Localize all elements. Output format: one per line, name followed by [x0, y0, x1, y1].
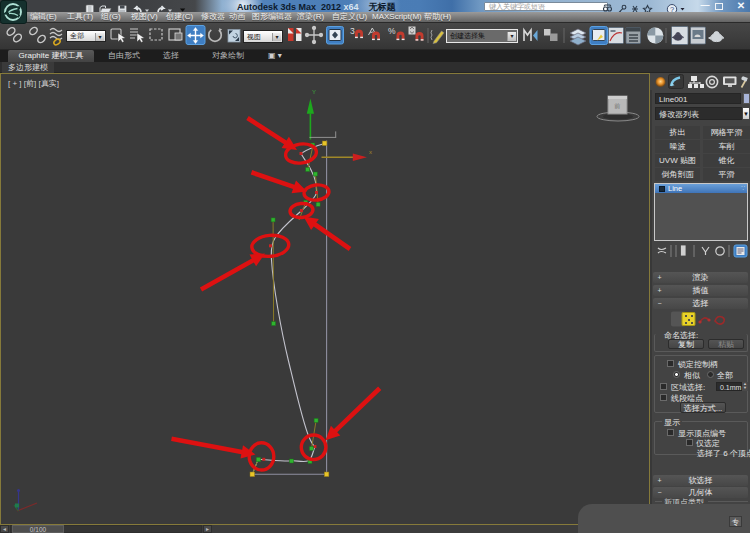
svg-text:x: x	[369, 149, 372, 155]
svg-text:Y: Y	[312, 89, 316, 95]
